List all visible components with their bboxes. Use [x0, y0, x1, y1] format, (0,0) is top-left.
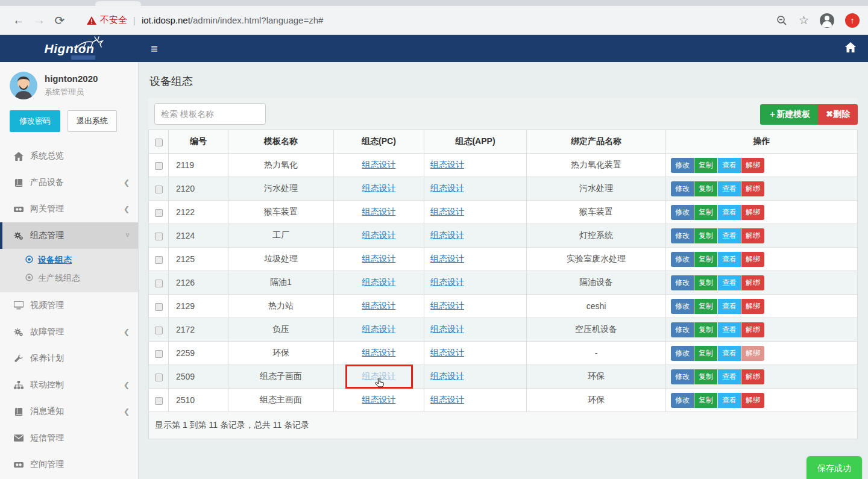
change-password-button[interactable]: 修改密码 — [10, 110, 60, 132]
browser-tab[interactable] — [95, 1, 141, 6]
reload-icon[interactable]: ⟳ — [49, 10, 70, 31]
unbind-button[interactable]: 解绑 — [741, 252, 764, 267]
app-config-design-link[interactable]: 组态设计 — [430, 254, 464, 263]
unbind-button[interactable]: 解绑 — [741, 228, 764, 243]
view-button[interactable]: 查看 — [718, 299, 741, 314]
sidebar-subitem-生产线组态[interactable]: 生产线组态 — [0, 269, 138, 287]
pc-config-design-link[interactable]: 组态设计 — [362, 230, 396, 240]
edit-button[interactable]: 修改 — [671, 299, 694, 314]
app-config-design-link[interactable]: 组态设计 — [430, 160, 464, 169]
app-config-design-link[interactable]: 组态设计 — [430, 207, 464, 216]
edit-button[interactable]: 修改 — [671, 181, 694, 196]
unbind-button[interactable]: 解绑 — [741, 181, 764, 196]
view-button[interactable]: 查看 — [718, 369, 741, 384]
unbind-button[interactable]: 解绑 — [741, 369, 764, 384]
pc-config-design-link[interactable]: 组态设计 — [362, 183, 396, 193]
pc-config-design-link[interactable]: 组态设计 — [362, 160, 396, 169]
logout-button[interactable]: 退出系统 — [68, 110, 117, 132]
copy-button[interactable]: 复制 — [694, 322, 717, 337]
unbind-button[interactable]: 解绑 — [741, 158, 764, 173]
app-config-design-link[interactable]: 组态设计 — [430, 371, 464, 381]
sidebar-item-消息通知[interactable]: 消息通知❮ — [0, 398, 138, 425]
row-checkbox[interactable] — [155, 350, 163, 358]
view-button[interactable]: 查看 — [718, 228, 741, 243]
row-checkbox[interactable] — [155, 327, 163, 334]
row-checkbox[interactable] — [155, 162, 163, 170]
copy-button[interactable]: 复制 — [694, 228, 717, 243]
copy-button[interactable]: 复制 — [694, 275, 717, 290]
edit-button[interactable]: 修改 — [671, 393, 694, 408]
edit-button[interactable]: 修改 — [671, 252, 694, 267]
view-button[interactable]: 查看 — [718, 205, 741, 220]
unbind-button[interactable]: 解绑 — [741, 393, 764, 408]
sidebar-item-产品设备[interactable]: 产品设备❮ — [0, 169, 138, 196]
sidebar-item-故障管理[interactable]: 故障管理❮ — [0, 319, 138, 345]
unbind-button[interactable]: 解绑 — [741, 275, 764, 290]
app-config-design-link[interactable]: 组态设计 — [430, 301, 464, 310]
app-config-design-link[interactable]: 组态设计 — [430, 230, 464, 240]
copy-button[interactable]: 复制 — [694, 158, 717, 173]
pc-config-design-link[interactable]: 组态设计 — [362, 301, 396, 310]
row-checkbox[interactable] — [155, 303, 163, 311]
app-config-design-link[interactable]: 组态设计 — [430, 348, 464, 357]
sidebar-item-短信管理[interactable]: 短信管理 — [0, 425, 138, 451]
unbind-button[interactable]: 解绑 — [741, 322, 764, 337]
row-checkbox[interactable] — [155, 186, 163, 193]
pc-config-design-link[interactable]: 组态设计 — [362, 395, 396, 404]
unbind-button[interactable]: 解绑 — [741, 299, 764, 314]
pc-config-design-link[interactable]: 组态设计 — [362, 324, 396, 334]
view-button[interactable]: 查看 — [718, 181, 741, 196]
new-template-button[interactable]: ＋新建模板 — [760, 104, 818, 125]
pc-config-design-link[interactable]: 组态设计 — [362, 207, 396, 216]
pc-config-design-link[interactable]: 组态设计 — [362, 371, 396, 381]
unbind-button[interactable]: 解绑 — [741, 205, 764, 220]
app-config-design-link[interactable]: 组态设计 — [430, 277, 464, 287]
edit-button[interactable]: 修改 — [671, 205, 694, 220]
copy-button[interactable]: 复制 — [694, 346, 717, 361]
search-input[interactable] — [154, 103, 266, 125]
sidebar-item-网关管理[interactable]: 网关管理❮ — [0, 196, 138, 222]
sidebar-item-系统总览[interactable]: 系统总览 — [0, 143, 138, 169]
row-checkbox[interactable] — [155, 209, 163, 217]
hamburger-icon[interactable]: ≡ — [151, 43, 158, 55]
bookmark-star-icon[interactable]: ☆ — [799, 13, 809, 27]
app-config-design-link[interactable]: 组态设计 — [430, 395, 464, 404]
update-icon[interactable]: ↑ — [845, 13, 860, 28]
zoom-out-icon[interactable] — [776, 14, 788, 27]
app-config-design-link[interactable]: 组态设计 — [430, 324, 464, 334]
view-button[interactable]: 查看 — [718, 252, 741, 267]
sidebar-item-视频管理[interactable]: 视频管理 — [0, 292, 138, 319]
row-checkbox[interactable] — [155, 256, 163, 264]
sidebar-subitem-设备组态[interactable]: 设备组态 — [0, 251, 138, 269]
sidebar-item-保养计划[interactable]: 保养计划 — [0, 345, 138, 372]
address-bar[interactable]: 不安全 | iot.idosp.net/admin/index.html?lan… — [87, 14, 767, 26]
back-icon[interactable]: ← — [8, 10, 29, 31]
view-button[interactable]: 查看 — [718, 158, 741, 173]
sidebar-item-空间管理[interactable]: 空间管理 — [0, 451, 138, 478]
edit-button[interactable]: 修改 — [671, 228, 694, 243]
row-checkbox[interactable] — [155, 280, 163, 287]
home-icon[interactable] — [845, 42, 856, 55]
edit-button[interactable]: 修改 — [671, 346, 694, 361]
edit-button[interactable]: 修改 — [671, 322, 694, 337]
app-config-design-link[interactable]: 组态设计 — [430, 183, 464, 193]
sidebar-item-组态管理[interactable]: 组态管理˅ — [0, 222, 138, 249]
sidebar-item-联动控制[interactable]: 联动控制❮ — [0, 372, 138, 398]
copy-button[interactable]: 复制 — [694, 393, 717, 408]
not-secure-label[interactable]: 不安全 — [100, 14, 127, 26]
delete-button[interactable]: ✖删除 — [818, 104, 858, 125]
view-button[interactable]: 查看 — [718, 393, 741, 408]
copy-button[interactable]: 复制 — [694, 369, 717, 384]
select-all-checkbox[interactable] — [155, 139, 163, 146]
view-button[interactable]: 查看 — [718, 275, 741, 290]
row-checkbox[interactable] — [155, 233, 163, 240]
pc-config-design-link[interactable]: 组态设计 — [362, 254, 396, 263]
copy-button[interactable]: 复制 — [694, 299, 717, 314]
edit-button[interactable]: 修改 — [671, 275, 694, 290]
unbind-button[interactable]: 解绑 — [741, 346, 764, 361]
copy-button[interactable]: 复制 — [694, 205, 717, 220]
user-avatar[interactable] — [10, 72, 37, 99]
view-button[interactable]: 查看 — [718, 322, 741, 337]
pc-config-design-link[interactable]: 组态设计 — [362, 348, 396, 357]
row-checkbox[interactable] — [155, 374, 163, 381]
